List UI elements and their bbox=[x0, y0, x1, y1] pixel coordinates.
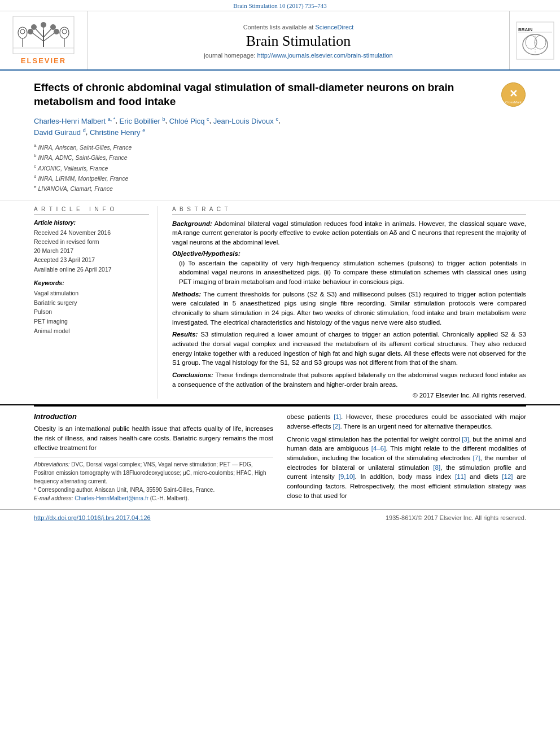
journal-title-area: Contents lists available at ScienceDirec… bbox=[88, 11, 509, 69]
elsevier-logo-area: ELSEVIER bbox=[0, 11, 88, 69]
author-divoux: Jean-Louis Divoux c bbox=[213, 117, 278, 125]
accepted-date: Accepted 23 April 2017 bbox=[34, 255, 149, 264]
ref7-link[interactable]: [7] bbox=[473, 455, 480, 461]
abstract-methods: Methods: The current thresholds for puls… bbox=[172, 290, 526, 327]
ref2-link[interactable]: [2] bbox=[333, 423, 340, 430]
svg-text:BRAIN: BRAIN bbox=[518, 27, 533, 32]
introduction-title: Introduction bbox=[34, 412, 273, 421]
affiliations: a INRA, Aniscan, Saint-Gilles, France b … bbox=[34, 142, 494, 193]
abstract-objective-label: Objective/Hypothesis: bbox=[172, 250, 526, 257]
article-info-header: A R T I C L E I N F O bbox=[34, 206, 149, 215]
affiliation-c: c AXONIC, Vallauris, France bbox=[34, 163, 494, 173]
journal-header: ELSEVIER Contents lists available at Sci… bbox=[0, 11, 560, 71]
abstract-objective-item1: (i) To ascertain the capability of very … bbox=[172, 259, 526, 287]
abstract-background: Background: Abdominal bilateral vagal st… bbox=[172, 219, 526, 247]
journal-main-title: Brain Stimulation bbox=[246, 33, 351, 50]
history-label: Article history: bbox=[34, 219, 149, 226]
elsevier-tree-icon bbox=[12, 16, 75, 54]
intro-para-2: obese patients [1]. However, these proce… bbox=[287, 412, 526, 431]
keyword-1: Vagal stimulation bbox=[34, 289, 149, 298]
ref3-link[interactable]: [3] bbox=[462, 436, 469, 443]
bottom-links-area: http://dx.doi.org/10.1016/j.brs.2017.04.… bbox=[0, 509, 560, 521]
article-title-area: Effects of chronic abdominal vagal stimu… bbox=[0, 71, 560, 200]
keyword-2: Bariatric surgery bbox=[34, 298, 149, 308]
body-two-col: Introduction Obesity is an international… bbox=[34, 412, 526, 504]
copyright-line: © 2017 Elsevier Inc. All rights reserved… bbox=[172, 392, 526, 399]
footnote-corresponding: * Corresponding author. Aniscan Unit, IN… bbox=[34, 486, 273, 494]
revised-date: 20 March 2017 bbox=[34, 246, 149, 255]
ref11-link[interactable]: [11] bbox=[455, 473, 466, 480]
author-malbert: Charles-Henri Malbert a, * bbox=[34, 117, 115, 125]
svg-text:CrossMark: CrossMark bbox=[505, 101, 522, 104]
abstract-column: A B S T R A C T Background: Abdominal bi… bbox=[169, 206, 526, 399]
svg-point-14 bbox=[54, 29, 59, 34]
article-info-abstract-area: A R T I C L E I N F O Article history: R… bbox=[0, 200, 560, 406]
svg-point-10 bbox=[28, 29, 33, 34]
brain-stim-logo-area: BRAIN bbox=[509, 11, 560, 69]
author-picq: Chloé Picq c bbox=[169, 117, 209, 125]
received-revised-label: Received in revised form bbox=[34, 237, 149, 246]
svg-point-12 bbox=[41, 22, 46, 28]
top-reference-bar: Brain Stimulation 10 (2017) 735–743 bbox=[0, 0, 560, 11]
intro-para-1: Obesity is an international public healt… bbox=[34, 424, 273, 452]
svg-text:✕: ✕ bbox=[509, 88, 518, 99]
article-history-content: Received 24 November 2016 Received in re… bbox=[34, 228, 149, 274]
abstract-conclusions: Conclusions: These findings demonstrate … bbox=[172, 370, 526, 389]
affiliation-b: b INRA, ADNC, Saint-Gilles, France bbox=[34, 152, 494, 162]
article-main-title: Effects of chronic abdominal vagal stimu… bbox=[34, 81, 494, 108]
abstract-results: Results: S3 stimulation required a lower… bbox=[172, 330, 526, 368]
svg-point-13 bbox=[50, 24, 56, 30]
article-authors: Charles-Henri Malbert a, *, Eric Bobilli… bbox=[34, 115, 494, 138]
article-info-column: A R T I C L E I N F O Article history: R… bbox=[34, 206, 158, 399]
body-section: Introduction Obesity is an international… bbox=[0, 407, 560, 509]
contents-available-text: Contents lists available at ScienceDirec… bbox=[243, 24, 354, 30]
footnote-abbrev: Abbreviations: DVC, Dorsal vagal complex… bbox=[34, 460, 273, 486]
available-online: Available online 26 April 2017 bbox=[34, 265, 149, 274]
email-link[interactable]: Charles-HenriMalbert@inra.fr bbox=[75, 495, 148, 501]
brain-stim-logo-icon: BRAIN bbox=[515, 21, 555, 60]
abstract-header: A B S T R A C T bbox=[172, 206, 526, 215]
author-guiraud: David Guiraud d bbox=[34, 128, 86, 137]
article-title-content: Effects of chronic abdominal vagal stimu… bbox=[34, 81, 494, 194]
keyword-5: Animal model bbox=[34, 326, 149, 336]
footnotes-area: Abbreviations: DVC, Dorsal vagal complex… bbox=[34, 457, 273, 503]
affiliation-d: d INRA, LIRMM, Montpellier, France bbox=[34, 173, 494, 183]
journal-homepage-link[interactable]: http://www.journals.elsevier.com/brain-s… bbox=[257, 52, 392, 59]
elsevier-logo: ELSEVIER bbox=[12, 16, 75, 65]
ref1-link[interactable]: [1] bbox=[334, 413, 341, 420]
author-bobillier: Eric Bobillier b bbox=[120, 117, 165, 125]
elsevier-name: ELSEVIER bbox=[21, 56, 66, 65]
footnote-email: E-mail address: Charles-HenriMalbert@inr… bbox=[34, 494, 273, 503]
keyword-4: PET imaging bbox=[34, 317, 149, 326]
crossmark-area: ✕ CrossMark bbox=[501, 82, 526, 110]
journal-homepage-line: journal homepage: http://www.journals.el… bbox=[204, 52, 392, 59]
ref12-link[interactable]: [12] bbox=[502, 473, 513, 480]
ref4-6-link[interactable]: [4–6] bbox=[371, 445, 386, 452]
crossmark-icon: ✕ CrossMark bbox=[501, 82, 526, 107]
issn-line: 1935-861X/© 2017 Elsevier Inc. All right… bbox=[386, 514, 526, 521]
sciencedirect-link[interactable]: ScienceDirect bbox=[315, 24, 353, 30]
keywords-label: Keywords: bbox=[34, 279, 149, 286]
affiliation-e: e LIVANOVA, Clamart, France bbox=[34, 184, 494, 193]
received-date: Received 24 November 2016 bbox=[34, 228, 149, 237]
ref8-link[interactable]: [8] bbox=[433, 464, 440, 471]
keyword-3: Pulson bbox=[34, 307, 149, 317]
journal-reference: Brain Stimulation 10 (2017) 735–743 bbox=[233, 2, 327, 9]
keywords-content: Vagal stimulation Bariatric surgery Puls… bbox=[34, 289, 149, 336]
intro-para-3: Chronic vagal stimulation has the potent… bbox=[287, 435, 526, 501]
body-right-col: obese patients [1]. However, these proce… bbox=[287, 412, 526, 504]
svg-point-11 bbox=[31, 24, 37, 30]
author-henry: Christine Henry e bbox=[90, 128, 145, 137]
affiliation-a: a INRA, Aniscan, Saint-Gilles, France bbox=[34, 142, 494, 152]
doi-link[interactable]: http://dx.doi.org/10.1016/j.brs.2017.04.… bbox=[34, 514, 151, 521]
body-left-col: Introduction Obesity is an international… bbox=[34, 412, 273, 504]
ref9-10-link[interactable]: [9,10] bbox=[339, 473, 355, 480]
